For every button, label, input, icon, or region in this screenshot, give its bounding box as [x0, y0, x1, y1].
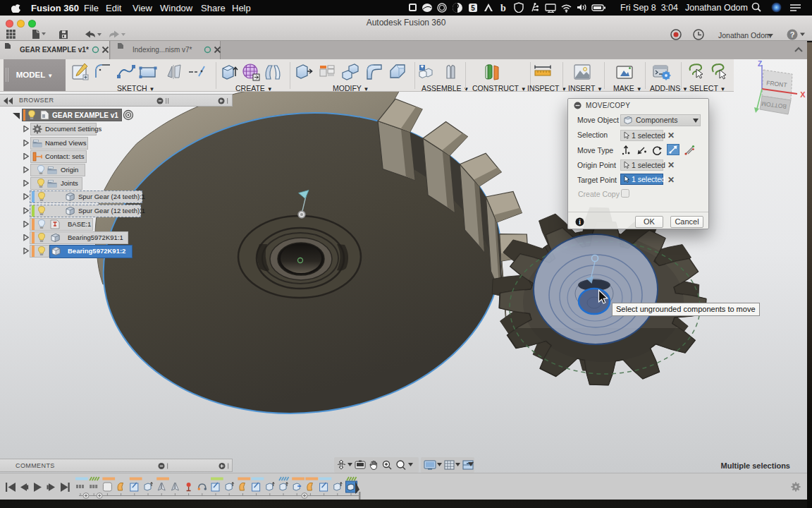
svg-text:Z: Z [758, 60, 762, 68]
svg-text:i: i [579, 219, 581, 226]
svg-text:X: X [800, 90, 806, 99]
svg-text:?: ? [790, 30, 795, 39]
svg-text:5: 5 [471, 4, 475, 12]
svg-text:b: b [500, 3, 506, 13]
